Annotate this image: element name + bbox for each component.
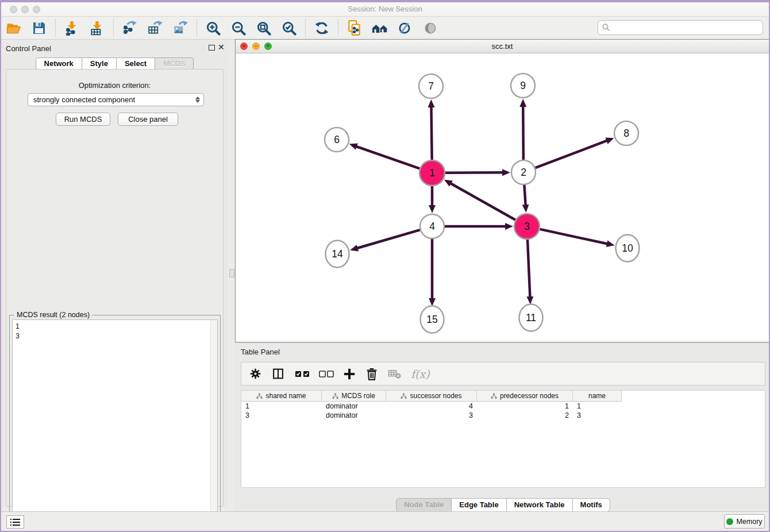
toolbar-separator xyxy=(305,20,306,37)
hierarchy-icon xyxy=(401,393,407,399)
duplicate-network-icon[interactable] xyxy=(346,20,363,36)
svg-text:1: 1 xyxy=(429,167,435,179)
graph-edge-1-2[interactable] xyxy=(445,172,503,173)
column-header-MCDS-role[interactable]: MCDS role xyxy=(322,391,386,402)
open-session-icon[interactable] xyxy=(5,20,22,36)
graph-edge-2-8[interactable] xyxy=(536,140,608,168)
graph-node-14[interactable]: 14 xyxy=(326,241,349,268)
deselect-all-icon[interactable] xyxy=(319,370,334,378)
column-header-successor-nodes[interactable]: successor nodes xyxy=(386,391,477,402)
zoom-in-icon[interactable] xyxy=(205,20,222,36)
tab-mcds[interactable]: MCDS xyxy=(155,57,194,70)
table-row[interactable]: 1dominator411 xyxy=(241,402,765,411)
graph-edge-1-7[interactable] xyxy=(431,106,432,160)
column-label: shared name xyxy=(265,392,306,400)
svg-text:2: 2 xyxy=(521,167,526,178)
tab-node-table[interactable]: Node Table xyxy=(396,498,452,512)
zoom-selected-icon[interactable] xyxy=(280,20,298,36)
task-history-button[interactable] xyxy=(6,515,24,529)
graph-node-7[interactable]: 7 xyxy=(419,74,443,98)
table-panel-title: Table Panel xyxy=(241,348,280,356)
export-table-icon[interactable] xyxy=(147,20,164,36)
graph-node-1[interactable]: 1 xyxy=(419,160,445,186)
table-cell: 4 xyxy=(386,402,477,411)
function-builder-icon: f(x) xyxy=(411,368,430,380)
import-network-icon[interactable] xyxy=(63,20,80,36)
settings-gear-icon[interactable] xyxy=(249,368,261,380)
memory-button[interactable]: Memory xyxy=(724,514,765,529)
refresh-icon[interactable] xyxy=(313,20,330,36)
table-panel: Table Panel ✕ f(x) xyxy=(235,344,770,515)
apply-style-icon[interactable] xyxy=(396,20,414,36)
toolbar-separator xyxy=(338,20,338,37)
svg-text:11: 11 xyxy=(526,312,536,323)
select-stepper-icon xyxy=(194,95,201,105)
graph-node-11[interactable]: 11 xyxy=(519,304,543,331)
home-icon[interactable] xyxy=(371,20,388,36)
graph-node-3[interactable]: 3 xyxy=(514,214,540,239)
table-row[interactable]: 3dominator323 xyxy=(241,411,765,420)
column-header-predecessor-nodes[interactable]: predecessor nodes xyxy=(477,391,573,402)
graph-node-2[interactable]: 2 xyxy=(511,160,536,184)
save-session-icon[interactable] xyxy=(30,20,48,36)
graph-edge-2-3[interactable] xyxy=(524,185,525,206)
svg-text:14: 14 xyxy=(332,248,343,260)
tab-motifs[interactable]: Motifs xyxy=(573,498,610,512)
column-label: name xyxy=(588,392,606,400)
vertical-split-grip[interactable] xyxy=(229,269,234,277)
graph-edge-1-6[interactable] xyxy=(356,147,419,169)
close-panel-button[interactable]: Close panel xyxy=(118,113,178,126)
columns-icon[interactable] xyxy=(272,368,284,380)
toolbar-separator xyxy=(113,20,114,37)
svg-text:7: 7 xyxy=(428,80,434,92)
search-input[interactable] xyxy=(611,22,763,33)
delete-row-icon[interactable] xyxy=(366,368,378,380)
svg-text:10: 10 xyxy=(622,242,633,254)
criterion-select[interactable]: strongly connected component xyxy=(28,93,204,106)
mcds-result-title: MCDS result (2 nodes) xyxy=(14,311,92,319)
graph-edge-2-9[interactable] xyxy=(523,106,523,160)
graph-edge-3-1[interactable] xyxy=(450,183,515,220)
graph-edge-4-14[interactable] xyxy=(357,230,420,248)
tab-edge-table[interactable]: Edge Table xyxy=(452,498,506,512)
graph-node-6[interactable]: 6 xyxy=(325,128,349,152)
network-canvas[interactable]: 7968124314101511 xyxy=(236,53,769,342)
toolbar-separator xyxy=(197,20,197,37)
export-network-icon[interactable] xyxy=(121,20,138,36)
export-image-icon[interactable] xyxy=(172,20,189,36)
column-header-name[interactable]: name xyxy=(573,391,622,402)
tab-style[interactable]: Style xyxy=(82,57,117,70)
select-all-icon[interactable] xyxy=(295,370,310,378)
main-titlebar: Session: New Session xyxy=(1,2,769,17)
fit-content-icon[interactable] xyxy=(255,20,272,36)
tab-network-table[interactable]: Network Table xyxy=(507,498,573,512)
table-cell: 1 xyxy=(477,402,573,411)
graph-node-10[interactable]: 10 xyxy=(616,235,640,262)
float-panel-icon[interactable] xyxy=(209,45,215,51)
graph-edge-3-11[interactable] xyxy=(528,240,530,298)
column-header-shared-name[interactable]: shared name xyxy=(241,391,322,402)
status-bar: Memory xyxy=(1,511,769,531)
mcds-result-group: MCDS result (2 nodes) 13 xyxy=(9,315,221,530)
result-scrollbar[interactable] xyxy=(210,320,217,526)
control-panel: Control Panel ✕ NetworkStyleSelectMCDS O… xyxy=(1,40,228,508)
run-mcds-button[interactable]: Run MCDS xyxy=(56,113,110,126)
application-window: Session: New Session xyxy=(0,0,770,532)
zoom-out-icon[interactable] xyxy=(230,20,247,36)
mcds-panel: Optimization criterion: strongly connect… xyxy=(6,69,224,507)
graph-edge-3-10[interactable] xyxy=(540,229,607,244)
close-panel-icon[interactable]: ✕ xyxy=(218,43,225,52)
graph-node-8[interactable]: 8 xyxy=(614,121,638,145)
table-cell: 2 xyxy=(477,411,573,420)
add-row-icon[interactable] xyxy=(343,368,356,380)
tab-network[interactable]: Network xyxy=(36,57,82,70)
graph-node-15[interactable]: 15 xyxy=(421,306,444,333)
network-window-title: scc.txt xyxy=(236,42,769,51)
table-cell: 3 xyxy=(573,411,622,420)
graph-node-4[interactable]: 4 xyxy=(420,214,444,238)
tab-select[interactable]: Select xyxy=(117,57,155,70)
import-table-icon[interactable] xyxy=(88,20,106,36)
column-label: successor nodes xyxy=(410,392,461,400)
node-table: shared nameMCDS rolesuccessor nodesprede… xyxy=(241,390,765,488)
graph-node-9[interactable]: 9 xyxy=(511,74,535,98)
